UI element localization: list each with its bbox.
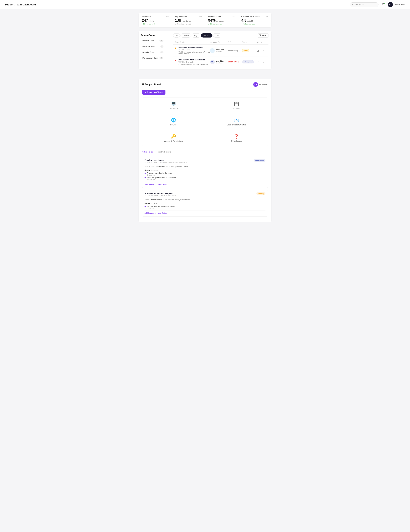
ticket-action-link[interactable]: View Details xyxy=(158,212,167,214)
stat-sub: ↑ +0.2 vs last week xyxy=(241,23,268,25)
svg-point-4 xyxy=(263,61,263,61)
stat-label: Resolution Rate xyxy=(208,15,221,18)
portal-username: Ali Hassan xyxy=(259,83,268,86)
more-icon[interactable] xyxy=(261,60,265,64)
ticket-area: AllCriticalHighMediumLow Filter Ticket D… xyxy=(170,31,271,69)
stat-sub: ↓ -30min improvement xyxy=(175,23,202,25)
admin-name: Admin Team xyxy=(395,4,405,6)
svg-marker-0 xyxy=(259,35,261,36)
search-input[interactable] xyxy=(350,2,379,7)
teams-title: Support Teams xyxy=(141,34,165,36)
top-nav: Support Team Dashboard AT Admin Team xyxy=(0,0,410,9)
category-label: Email & Communication xyxy=(227,124,246,126)
category-icon: 💾 xyxy=(234,102,239,106)
app-title: Support Team Dashboard xyxy=(5,3,36,6)
update-text: IT team is investigating the issue xyxy=(147,172,172,174)
category-card-software[interactable]: 💾 Software xyxy=(205,98,268,114)
create-ticket-button[interactable]: + Create New Ticket xyxy=(142,90,165,95)
portal-tab-resolved-tickets[interactable]: Resolved Tickets xyxy=(157,150,171,154)
main-content: Total Active 24h 247tickets ↑ 12% vs las… xyxy=(136,9,274,228)
notification-button[interactable] xyxy=(381,2,385,7)
edit-icon[interactable] xyxy=(256,60,260,64)
category-label: Other Issues xyxy=(231,140,242,142)
table-header-0: Ticket Details xyxy=(175,41,210,43)
ticket-action-link[interactable]: Add Comment xyxy=(144,212,156,214)
category-card-email-&-communication[interactable]: 📧 Email & Communication xyxy=(205,114,268,130)
team-badge: 5 xyxy=(160,51,163,53)
filter-label: Filter xyxy=(262,34,266,37)
recent-updates-title: Recent Updates xyxy=(144,202,266,205)
update-text: Request received, awaiting approval xyxy=(147,205,174,207)
category-card-hardware[interactable]: 🖥️ Hardware xyxy=(142,98,205,114)
ticket-card-desc: Need Adobe Creative Suite installed on m… xyxy=(144,199,266,201)
status-cell: Open xyxy=(242,49,256,52)
ticket-desc: Unable to connect to the company VPN fro… xyxy=(179,51,210,55)
stat-period: 24h xyxy=(199,16,202,17)
ticket-action-link[interactable]: Add Comment xyxy=(144,183,156,185)
filter-tab-critical[interactable]: Critical xyxy=(181,33,191,38)
assignee-cell: JT John Tech Network xyxy=(210,48,228,53)
stat-sub: ↑ +2% improvement xyxy=(208,23,235,25)
filter-tab-all[interactable]: All xyxy=(173,33,180,38)
status-badge: Open xyxy=(242,49,249,52)
svg-point-6 xyxy=(263,62,263,63)
update-dot xyxy=(144,177,146,178)
team-item-3[interactable]: Development Team 15 xyxy=(141,56,165,61)
filter-tab-high[interactable]: High xyxy=(192,33,200,38)
teams-sidebar: Support Teams Network Team 12 Database T… xyxy=(139,31,167,69)
assignee-avatar: JT xyxy=(210,48,215,53)
stat-period: 24h xyxy=(166,16,169,17)
ticket-title: Database Performance Issues xyxy=(179,59,208,61)
category-card-other-issues[interactable]: ❓ Other Issues xyxy=(205,130,268,146)
stat-value: 4.8out of 5 xyxy=(241,18,268,22)
more-icon[interactable] xyxy=(261,48,265,53)
category-icon: 🖥️ xyxy=(171,102,176,106)
ticket-card-actions: Add Comment View Details xyxy=(144,210,266,214)
stat-label: Total Active xyxy=(142,15,152,18)
update-item: IT team is investigating the issue 2 hou… xyxy=(144,172,266,176)
category-card-network[interactable]: 🌐 Network xyxy=(142,114,205,130)
portal-tab-active-tickets[interactable]: Active Tickets xyxy=(142,150,153,154)
ticket-row-0: Network Connection Issues TKT-001 • Sale… xyxy=(173,45,268,57)
team-item-0[interactable]: Network Team 12 xyxy=(141,38,165,43)
sla-cell: 2h remaining xyxy=(228,49,242,52)
ticket-detail: Database Performance Issues TKT-001 • En… xyxy=(175,59,210,65)
portal-avatar: AH xyxy=(253,82,258,87)
svg-point-2 xyxy=(263,50,263,51)
assignee-info: John Tech Network xyxy=(216,49,224,52)
team-name: Network Team xyxy=(143,40,154,42)
category-label: Software xyxy=(233,108,240,110)
ticket-action-link[interactable]: View Details xyxy=(158,183,167,185)
team-name: Security Team xyxy=(143,51,154,53)
category-grid: 🖥️ Hardware 💾 Software 🌐 Network 📧 Email… xyxy=(142,97,268,146)
team-item-1[interactable]: Database Team 8 xyxy=(141,44,165,49)
stat-label: Avg Response xyxy=(175,15,187,18)
filter-tab-low[interactable]: Low xyxy=(213,33,221,38)
category-label: Access & Permissions xyxy=(164,140,183,142)
ticket-desc: Production database showing high latency xyxy=(179,63,208,65)
recent-updates-title: Recent Updates xyxy=(144,169,266,171)
stats-row: Total Active 24h 247tickets ↑ 12% vs las… xyxy=(139,13,271,28)
ticket-detail: Network Connection Issues TKT-001 • Sale… xyxy=(175,47,210,55)
portal-ticket-card-0: Email Access Issues TKT-001 • Email & Co… xyxy=(142,157,268,188)
ticket-status-badge: In-progress xyxy=(254,159,266,162)
ticket-card-actions: Add Comment View Details xyxy=(144,182,266,185)
stat-unit: tickets xyxy=(149,20,154,22)
category-card-access-&-permissions[interactable]: 🔑 Access & Permissions xyxy=(142,130,205,146)
priority-dot xyxy=(175,48,176,49)
category-icon: 🌐 xyxy=(171,118,176,123)
team-item-2[interactable]: Security Team 5 xyxy=(141,50,165,55)
filter-button[interactable]: Filter xyxy=(257,33,268,38)
table-header-1: Assigned To xyxy=(210,41,228,43)
update-time: 3 hours ago xyxy=(147,179,176,180)
team-name: Database Team xyxy=(143,45,155,48)
ticket-row-1: Database Performance Issues TKT-001 • En… xyxy=(173,57,268,67)
team-badge: 15 xyxy=(159,57,163,59)
assignee-avatar: LD xyxy=(210,60,215,64)
table-header-3: Status xyxy=(242,41,256,43)
filter-tab-medium[interactable]: Medium xyxy=(201,33,212,38)
sla-cell: 1h remaining xyxy=(228,61,242,63)
edit-icon[interactable] xyxy=(256,48,260,53)
table-header-4: Actions xyxy=(256,41,267,43)
stat-card-2: Resolution Rate 24h 94%on target ↑ +2% i… xyxy=(205,13,238,27)
